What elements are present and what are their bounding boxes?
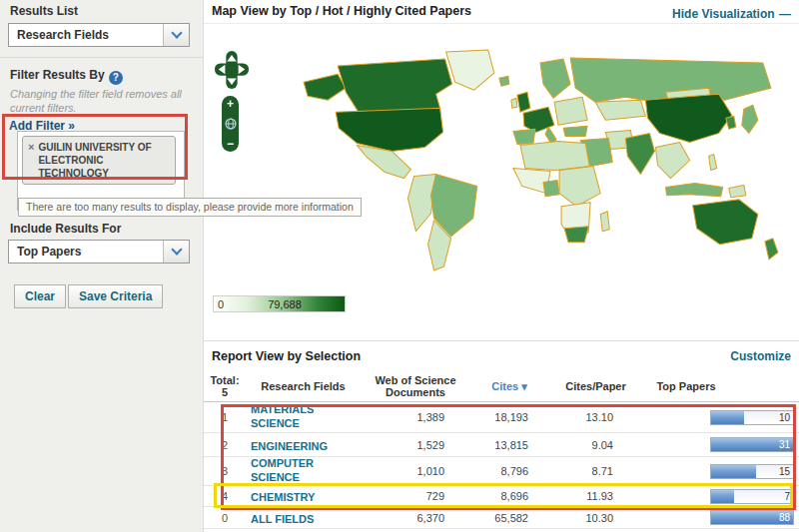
cites-value: 13,815 (470, 439, 548, 451)
row-rank: 2 (204, 439, 246, 451)
hide-visualization[interactable]: Hide Visualization — (672, 4, 791, 22)
col-header-top-papers: Top Papers (643, 380, 799, 392)
top-papers-bar: 15 (710, 464, 794, 479)
map-pan-control[interactable] (215, 51, 249, 89)
map-container: + − 0 79,688 (204, 23, 799, 316)
documents-value: 1,010 (361, 465, 470, 477)
field-link-chemistry[interactable]: CHEMISTRY (251, 491, 315, 505)
row-rank: 3 (204, 465, 246, 477)
field-link-engineering[interactable]: ENGINEERING (251, 440, 328, 454)
cites-per-paper-value: 11.93 (548, 490, 643, 502)
dropdown-button[interactable] (163, 241, 189, 263)
field-link-materials-science[interactable]: MATERIALS SCIENCE (251, 403, 361, 431)
results-list-dropdown[interactable]: Research Fields (8, 23, 190, 47)
top-papers-count: 7 (784, 490, 790, 503)
col-header-documents: Web of Science Documents (361, 374, 470, 398)
help-icon[interactable]: ? (109, 71, 123, 85)
total-count: 5 (204, 386, 246, 398)
sort-arrow-icon: ▾ (521, 380, 527, 392)
bar-fill (711, 490, 734, 503)
top-papers-count: 88 (779, 511, 790, 524)
customize-link[interactable]: Customize (730, 349, 791, 363)
table-row: 2 ENGINEERING 1,529 13,815 9.04 31 (204, 433, 799, 457)
cites-value: 18,193 (470, 411, 548, 423)
field-link-all-fields[interactable]: ALL FIELDS (251, 513, 314, 527)
documents-value: 1,389 (361, 411, 470, 423)
table-row: 0 ALL FIELDS 6,370 65,582 10.30 88 (204, 507, 799, 529)
total-header: Total: 5 (204, 374, 246, 398)
report-table: Total: 5 Research Fields Web of Science … (204, 371, 799, 529)
collapse-icon[interactable]: — (779, 7, 791, 21)
hide-visualization-link[interactable]: Hide Visualization (672, 7, 774, 21)
cites-value: 65,582 (470, 512, 548, 524)
globe-icon[interactable] (225, 118, 237, 130)
top-papers-bar: 10 (710, 410, 794, 425)
sidebar: Results List Research Fields Filter Resu… (0, 0, 204, 532)
map-color-scale: 0 79,688 (213, 295, 346, 312)
filter-results-heading: Filter Results By? (10, 68, 123, 85)
bar-fill (711, 465, 756, 478)
documents-value: 1,529 (361, 439, 470, 451)
zoom-out-icon[interactable]: − (227, 138, 234, 150)
choropleth-world-map[interactable] (300, 48, 791, 273)
map-zoom-control[interactable]: + − (222, 96, 239, 152)
field-link-computer-science[interactable]: COMPUTER SCIENCE (251, 457, 361, 485)
top-papers-count: 15 (779, 465, 790, 478)
cites-per-paper-value: 8.71 (548, 465, 643, 477)
row-rank: 4 (204, 490, 246, 502)
too-many-results-tooltip: There are too many results to display, p… (18, 198, 362, 217)
scale-max-label: 79,688 (268, 298, 302, 310)
sidebar-section-divider (0, 57, 204, 58)
cites-per-paper-value: 9.04 (548, 439, 643, 451)
cites-value: 8,796 (470, 465, 548, 477)
cites-per-paper-value: 13.10 (548, 411, 643, 423)
zoom-in-icon[interactable]: + (227, 98, 234, 110)
table-row: 3 COMPUTER SCIENCE 1,010 8,796 8.71 15 (204, 457, 799, 486)
filter-tag-label: GUILIN UNIVERSITY OF ELECTRONIC TECHNOLO… (38, 141, 170, 180)
top-papers-bar: 88 (710, 510, 794, 525)
top-papers-bar: 7 (710, 489, 794, 504)
filter-tag[interactable]: × GUILIN UNIVERSITY OF ELECTRONIC TECHNO… (22, 136, 176, 185)
documents-value: 729 (361, 490, 470, 502)
row-rank: 0 (204, 512, 246, 524)
include-results-dropdown-value: Top Papers (9, 245, 163, 259)
top-papers-count: 31 (779, 438, 790, 451)
filter-note: Changing the filter field removes all cu… (10, 87, 192, 116)
documents-value: 6,370 (361, 512, 470, 524)
col-header-cites-sort[interactable]: Cites ▾ (470, 380, 548, 393)
dropdown-button[interactable] (163, 24, 189, 46)
report-divider (204, 340, 799, 341)
top-papers-bar: 31 (710, 437, 794, 452)
scale-min-label: 0 (218, 298, 224, 310)
clear-button[interactable]: Clear (14, 284, 66, 308)
row-rank: 1 (204, 411, 246, 423)
table-row: 1 MATERIALS SCIENCE 1,389 18,193 13.10 1… (204, 402, 799, 433)
table-header-row: Total: 5 Research Fields Web of Science … (204, 371, 799, 402)
col-header-research-fields: Research Fields (246, 380, 361, 392)
top-papers-count: 10 (779, 411, 790, 424)
include-results-dropdown[interactable]: Top Papers (8, 240, 190, 264)
map-view-title: Map View by Top / Hot / Highly Cited Pap… (212, 4, 471, 18)
chevron-down-icon (171, 244, 182, 255)
remove-filter-icon[interactable]: × (28, 141, 34, 180)
cites-value: 8,696 (470, 490, 548, 502)
include-results-heading: Include Results For (10, 222, 121, 236)
cites-per-paper-value: 10.30 (548, 512, 643, 524)
table-row: 4 CHEMISTRY 729 8,696 11.93 7 (204, 486, 799, 507)
bar-fill (711, 411, 744, 424)
report-view-title: Report View by Selection (212, 349, 361, 363)
chevron-down-icon (171, 27, 182, 38)
save-criteria-button[interactable]: Save Criteria (68, 284, 163, 308)
results-list-dropdown-value: Research Fields (9, 28, 163, 42)
col-header-cites-per-paper: Cites/Paper (548, 380, 643, 392)
results-list-heading: Results List (10, 4, 78, 18)
